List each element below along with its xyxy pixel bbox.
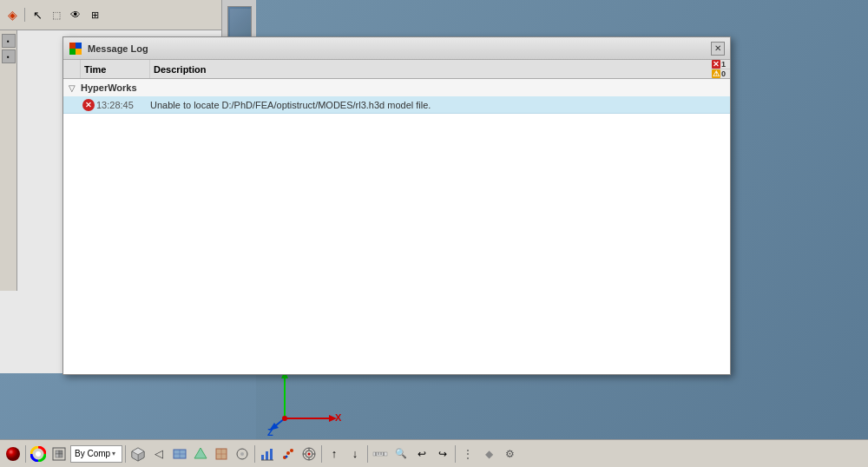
diamond-icon[interactable]: ◆ — [479, 444, 498, 464]
svg-rect-18 — [56, 451, 59, 454]
error-icon-badge: ✕ — [712, 60, 720, 69]
by-comp-dropdown[interactable]: By Comp ▾ — [70, 445, 122, 463]
3d-cube-icon[interactable] — [128, 444, 148, 464]
warning-icon-badge: ⚠ — [712, 69, 720, 78]
svg-point-34 — [240, 452, 244, 456]
side-icon-bar: ▪ ▪ — [0, 30, 17, 291]
btbar-sep-3 — [254, 445, 255, 463]
expand-button[interactable]: ▽ — [63, 79, 81, 96]
eye-icon[interactable]: 👁 — [67, 6, 84, 23]
svg-rect-12 — [69, 49, 76, 55]
col-time-header: Time — [81, 60, 150, 78]
arrow-up-icon[interactable]: ↑ — [325, 444, 344, 464]
dialog-titlebar[interactable]: Message Log ✕ — [63, 37, 730, 60]
measure-icon[interactable] — [371, 444, 390, 464]
more-icon[interactable]: ⋮ — [458, 444, 477, 464]
btbar-sep-6 — [455, 445, 456, 463]
error-badge-cell: ✕ 1 — [711, 60, 730, 69]
zoom-in-icon[interactable]: 🔍 — [391, 444, 411, 464]
btbar-sep-5 — [367, 445, 368, 463]
element-icon-1[interactable] — [170, 444, 189, 464]
svg-rect-35 — [261, 455, 264, 460]
import-icon[interactable]: ⬚ — [48, 6, 65, 23]
dialog-hw-icon — [69, 42, 82, 56]
group-name: HyperWorks — [81, 82, 730, 93]
warning-badge-cell: ⚠ 0 — [711, 69, 730, 79]
svg-rect-10 — [69, 43, 76, 49]
by-comp-label: By Comp — [75, 449, 110, 458]
coordinate-axes: X Y Z — [267, 366, 354, 436]
side-icon-2[interactable]: ▪ — [2, 49, 16, 63]
error-row[interactable]: ✕ 13:28:45 Unable to locate D:/PhD/FEA/o… — [63, 96, 730, 114]
svg-rect-21 — [59, 454, 62, 457]
svg-point-42 — [286, 455, 288, 457]
color-sphere-icon[interactable] — [3, 444, 23, 464]
element-icon-3[interactable] — [212, 444, 231, 464]
svg-rect-36 — [266, 451, 268, 460]
svg-point-40 — [286, 451, 290, 455]
svg-point-9 — [282, 416, 287, 421]
group-row-hyperworks[interactable]: ▽ HyperWorks — [63, 79, 730, 96]
element-icon-4[interactable] — [233, 444, 252, 464]
toolbar-sep-1 — [24, 8, 25, 22]
color-wheel-icon[interactable] — [29, 444, 48, 464]
svg-point-41 — [290, 449, 293, 452]
svg-rect-37 — [270, 449, 273, 460]
table-header: Time Description ✕ 1 ⚠ 0 — [63, 60, 730, 79]
btbar-sep-2 — [125, 445, 126, 463]
svg-rect-20 — [56, 454, 59, 457]
table-content[interactable]: ▽ HyperWorks ✕ 13:28:45 Unable to locate… — [63, 79, 730, 374]
row-message: Unable to locate D:/PhD/FEA/optistruct/M… — [150, 100, 730, 110]
side-icon-1[interactable]: ▪ — [2, 34, 16, 48]
arrow-icon[interactable]: ◁ — [149, 444, 168, 464]
bottom-toolbar: By Comp ▾ ◁ — [0, 439, 868, 467]
dropdown-arrow: ▾ — [112, 450, 115, 457]
dialog-title: Message Log — [88, 43, 711, 54]
top-toolbar: ◈ ↖ ⬚ 👁 ⊞ — [0, 0, 256, 30]
element-icon-2[interactable] — [191, 444, 210, 464]
svg-marker-29 — [194, 448, 207, 458]
warning-count: 0 — [721, 69, 726, 78]
svg-point-16 — [36, 451, 41, 457]
message-log-dialog: Message Log ✕ Time Description ✕ 1 ⚠ 0 — [62, 36, 731, 375]
row-error-icon: ✕ — [81, 99, 96, 111]
dialog-close-button[interactable]: ✕ — [711, 42, 725, 56]
svg-rect-50 — [373, 452, 387, 456]
svg-rect-13 — [76, 49, 82, 55]
badge-column: ✕ 1 ⚠ 0 — [711, 60, 730, 78]
svg-rect-19 — [59, 451, 62, 454]
scatter-icon[interactable] — [279, 444, 298, 464]
col-expand-header — [63, 60, 81, 78]
row-time: 13:28:45 — [96, 100, 150, 110]
dialog-body: Time Description ✕ 1 ⚠ 0 ▽ HyperWorks — [63, 60, 730, 374]
col-desc-header: Description — [150, 60, 711, 78]
bar-chart-icon[interactable] — [258, 444, 277, 464]
svg-point-14 — [6, 447, 20, 461]
btbar-sep-1 — [25, 445, 26, 463]
cursor-icon[interactable]: ↖ — [29, 6, 46, 23]
mesh-icon[interactable] — [49, 444, 69, 464]
svg-point-45 — [308, 452, 311, 455]
cube-icon[interactable]: ◈ — [3, 6, 21, 23]
error-count: 1 — [721, 60, 726, 69]
svg-text:Z: Z — [267, 427, 273, 436]
arrow-down-icon[interactable]: ↓ — [345, 444, 365, 464]
settings-icon[interactable]: ⚙ — [500, 444, 519, 464]
svg-text:X: X — [335, 412, 342, 423]
btbar-sep-4 — [321, 445, 322, 463]
target-icon[interactable] — [299, 444, 319, 464]
grid-icon[interactable]: ⊞ — [86, 6, 103, 23]
error-circle-icon: ✕ — [82, 99, 95, 111]
redo-icon[interactable]: ↪ — [433, 444, 452, 464]
undo-icon[interactable]: ↩ — [412, 444, 431, 464]
svg-rect-11 — [76, 43, 82, 49]
